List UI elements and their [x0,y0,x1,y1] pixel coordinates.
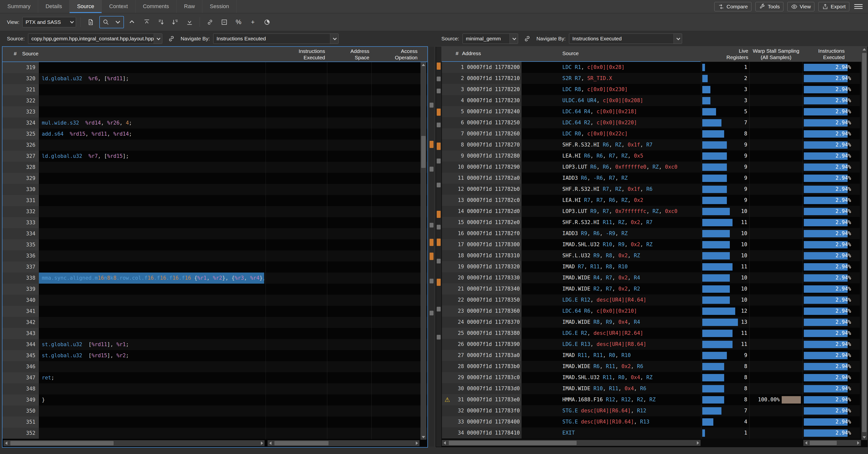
tab-session[interactable]: Session [203,0,237,13]
ptx-line-350[interactable]: 350 [2,405,427,417]
percent-toggle-button[interactable]: % [233,17,244,28]
sass-row-27[interactable]: 2700007f1d 117783a0IMAD R11, R11, R0, R1… [442,350,860,361]
ptx-line-328[interactable]: 328 [2,162,427,173]
sass-row-10[interactable]: 1000007f1d 11778290LOP3.LUT R6, R6, 0xff… [442,162,860,173]
chart-toggle-button[interactable] [261,17,273,28]
scroll-left-arrow[interactable] [442,440,447,446]
sass-row-6[interactable]: 600007f1d 11778250LDC.64 R2, c[0x0][0x22… [442,117,860,128]
sass-row-26[interactable]: 2600007f1d 11778390LDG.E R13, desc[UR4][… [442,339,860,350]
ptx-line-342[interactable]: 342 [2,317,427,328]
ptx-line-346[interactable]: 346 [2,361,427,372]
sass-row-32[interactable]: 3200007f1d 117783f0STG.E desc[UR4][R6.64… [442,405,860,416]
ptx-line-349[interactable]: 349} [2,394,427,405]
view-button[interactable]: View [787,2,814,11]
next-hotspot-button[interactable] [170,17,181,28]
sass-row-25[interactable]: 2500007f1d 11778380LDG.E R2, desc[UR4][R… [442,328,860,339]
sass-row-13[interactable]: 1300007f1d 117782c0LEA.HI R7, R7, R6, RZ… [442,195,860,206]
right-metrics-horizontal-scrollbar[interactable] [803,440,861,446]
sass-row-33[interactable]: 3300007f1d 11778400STG.E desc[UR4][R10.6… [442,416,860,427]
scroll-down-arrow[interactable] [421,434,426,440]
chevron-down-icon[interactable] [674,34,682,44]
tab-summary[interactable]: Summary [0,0,38,13]
sass-row-3[interactable]: 300007f1d 11778220LDC R8, c[0x0][0x230]3… [442,84,860,95]
ptx-line-347[interactable]: 347ret; [2,372,427,384]
scroll-left-arrow[interactable] [3,440,9,446]
left-source-select[interactable]: copy.hpp,gemm.hpp,integral_constant.hpp,… [28,33,162,44]
column-header-access-operation[interactable]: Access Operation [371,48,417,61]
sass-row-30[interactable]: 3000007f1d 117783d0IMAD.WIDE R10, R11, 0… [442,383,860,394]
ptx-line-339[interactable]: 339 [2,284,427,295]
ptx-line-331[interactable]: 331 [2,195,427,206]
ptx-line-334[interactable]: 334 [2,228,427,239]
tab-raw[interactable]: Raw [177,0,203,13]
left-pane-vertical-scrollbar[interactable] [421,62,426,440]
scroll-left-arrow[interactable] [268,440,273,446]
scroll-up-arrow[interactable] [421,62,426,67]
scroll-right-arrow[interactable] [259,440,265,446]
sass-row-31[interactable]: ⚠3100007f1d 117783e0HMMA.1688.F16 R12, R… [442,394,860,405]
ptx-line-324[interactable]: 324mul.wide.s32 %rd14, %r26, 4; [2,117,427,129]
ptx-line-344[interactable]: 344st.global.u32 [%rd11], %r1; [2,339,427,350]
search-button[interactable] [100,17,112,28]
sass-row-9[interactable]: 900007f1d 11778280LEA.HI R6, R6, R7, RZ,… [442,150,860,162]
previous-hotspot-button[interactable] [155,17,167,28]
chevron-down-icon[interactable] [509,34,518,44]
ptx-line-321[interactable]: 321 [2,84,427,95]
sass-row-14[interactable]: 1400007f1d 117782d0LOP3.LUT R9, R7, 0x7f… [442,206,860,217]
tab-comments[interactable]: Comments [135,0,177,13]
ptx-line-326[interactable]: 326 [2,140,427,151]
column-header-instructions-executed[interactable]: Instructions Executed [268,48,325,61]
ptx-line-330[interactable]: 330 [2,184,427,195]
sass-row-11[interactable]: 1100007f1d 117782a0IADD3 R6, -R6, R7, RZ… [442,173,860,184]
ptx-line-345[interactable]: 345st.global.u32 [%rd15], %r2; [2,350,427,361]
search-options-button[interactable] [112,17,123,28]
ptx-line-329[interactable]: 329 [2,173,427,184]
scroll-left-arrow[interactable] [803,440,809,446]
sass-row-20[interactable]: 2000007f1d 11778330IMAD.WIDE R4, R7, 0x2… [442,272,860,283]
sass-row-8[interactable]: 800007f1d 11778270SHF.R.S32.HI R6, RZ, 0… [442,139,860,150]
scroll-right-arrow[interactable] [695,440,701,446]
chevron-down-icon[interactable] [330,34,338,44]
sass-row-2[interactable]: 200007f1d 11778210S2R R7, SR_TID.X22.94% [442,73,860,84]
ptx-line-323[interactable]: 323 [2,106,427,117]
tab-context[interactable]: Context [102,0,135,13]
scroll-right-arrow[interactable] [414,440,420,446]
sass-row-28[interactable]: 2800007f1d 117783b0IMAD.WIDE R6, R11, 0x… [442,361,860,372]
sass-row-24[interactable]: 2400007f1d 11778370IMAD.WIDE R8, R9, 0x4… [442,317,860,328]
ptx-line-335[interactable]: 335 [2,239,427,250]
ptx-line-327[interactable]: 327ld.global.u32 %r7, [%rd15]; [2,151,427,162]
scrollbar-thumb[interactable] [274,441,329,445]
sass-row-4[interactable]: 400007f1d 11778230ULDC.64 UR4, c[0x0][0x… [442,95,860,106]
left-navigate-by-select[interactable]: Instructions Executed [213,33,339,44]
column-header-address-space[interactable]: Address Space [327,48,369,61]
right-pane-vertical-scrollbar[interactable] [861,47,867,440]
ptx-line-336[interactable]: 336 [2,250,427,261]
column-header-source[interactable]: Source [22,51,39,57]
sass-row-7[interactable]: 700007f1d 11778260LDC R0, c[0x0][0x22c]8… [442,128,860,139]
column-header-warp-stall-sampling[interactable]: Warp Stall Sampling (All Samples) [750,48,802,61]
ptx-line-343[interactable]: 343 [2,328,427,339]
scrollbar-thumb[interactable] [10,441,114,445]
column-header-line-number[interactable]: # [14,51,17,57]
column-header-live-registers[interactable]: Live Registers [696,48,748,61]
link-navigation-button[interactable] [522,33,533,44]
scrollbar-thumb[interactable] [810,441,837,445]
scrollbar-thumb[interactable] [421,136,426,168]
menu-button[interactable] [853,2,864,11]
scroll-right-arrow[interactable] [856,440,861,446]
ptx-line-320[interactable]: 320ld.global.u32 %r6, [%rd11]; [2,73,427,84]
left-pane-heatmap-strip[interactable] [429,47,434,447]
ptx-line-319[interactable]: 319 [2,62,427,73]
sass-row-21[interactable]: 2100007f1d 11778340IMAD.WIDE R2, R7, 0x2… [442,283,860,294]
sass-row-19[interactable]: 1900007f1d 11778320IMAD R7, R11, R8, R10… [442,261,860,272]
right-navigate-by-select[interactable]: Instructions Executed [569,33,682,44]
view-mode-select[interactable]: PTX and SASS [22,17,76,27]
left-pane-horizontal-scrollbar[interactable] [3,440,265,446]
left-metrics-horizontal-scrollbar[interactable] [268,440,420,446]
sass-row-17[interactable]: 1700007f1d 11778300IMAD.SHL.U32 R10, R9,… [442,239,860,250]
ptx-line-325[interactable]: 325add.s64 %rd15, %rd11, %rd14; [2,129,427,140]
open-source-file-button[interactable] [85,17,96,28]
jump-to-first-hotspot-button[interactable] [141,17,152,28]
sass-row-18[interactable]: 1800007f1d 11778310SHF.L.U32 R9, R8, 0x2… [442,250,860,261]
sass-row-29[interactable]: 2900007f1d 117783c0IMAD.SHL.U32 R11, R0,… [442,372,860,383]
